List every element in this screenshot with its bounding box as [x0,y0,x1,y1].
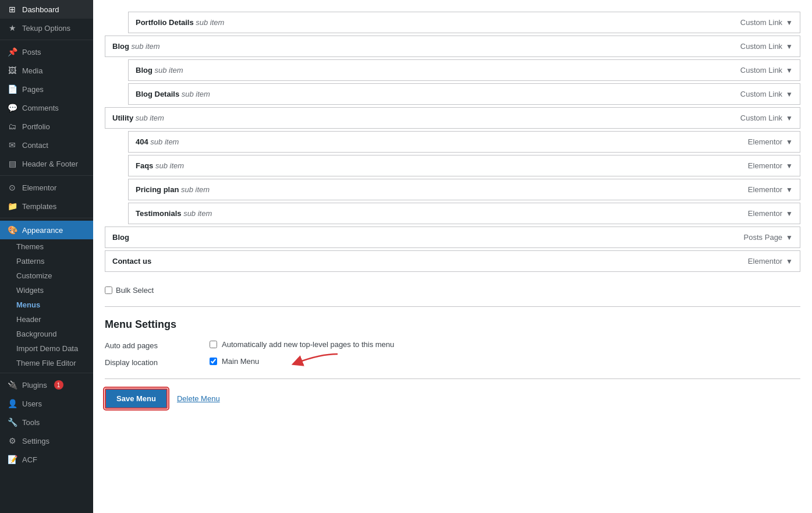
sidebar-sub-header[interactable]: Header [0,312,93,327]
sidebar-item-label: Pages [22,85,44,94]
sidebar-item-label: Tekup Options [22,24,70,33]
item-sub-label: sub item [182,90,210,98]
plugins-badge: 1 [54,380,63,390]
menu-item-type: Custom Link [740,18,782,27]
posts-icon: 📌 [7,47,17,56]
menu-settings-section: Menu Settings Auto add pages Automatical… [105,306,800,409]
sidebar-item-label: Tools [22,418,40,427]
contact-icon: ✉ [7,140,17,150]
menu-item-utility[interactable]: Utility sub item Custom Link ▼ [105,107,800,129]
tools-icon: 🔧 [7,418,17,427]
sidebar-sub-import-demo[interactable]: Import Demo Data [0,341,93,356]
auto-add-pages-value: Automatically add new top-level pages to… [210,340,394,349]
item-sub-label: sub item [196,18,224,27]
auto-add-pages-desc[interactable]: Automatically add new top-level pages to… [222,340,394,349]
menu-item-type: Custom Link [740,114,782,122]
sidebar-item-label: Appearance [22,226,63,235]
sidebar-item-label: Portfolio [22,122,50,131]
chevron-down-icon[interactable]: ▼ [786,257,793,266]
menu-item-title: Portfolio Details sub item [136,18,740,27]
auto-add-pages-checkbox[interactable] [210,341,217,348]
menu-item-title: Blog sub item [136,66,740,75]
menu-item-blog-posts[interactable]: Blog Posts Page ▼ [105,227,800,248]
menu-item-type: Posts Page [744,233,783,242]
sidebar-item-acf[interactable]: 📝 ACF [0,450,93,469]
menu-item-type: Elementor [748,209,782,218]
menu-item-type: Elementor [748,161,782,170]
sidebar-item-label: Templates [22,202,56,211]
sidebar-sub-menus[interactable]: Menus [0,298,93,312]
sidebar-item-portfolio[interactable]: 🗂 Portfolio [0,117,93,136]
comments-icon: 💬 [7,103,17,112]
chevron-down-icon[interactable]: ▼ [786,19,793,27]
sidebar-item-tools[interactable]: 🔧 Tools [0,413,93,431]
portfolio-icon: 🗂 [7,122,17,131]
sidebar-sub-themes[interactable]: Themes [0,239,93,254]
sidebar: ⊞ Dashboard ★ Tekup Options 📌 Posts 🖼 Me… [0,0,93,513]
sidebar-item-pages[interactable]: 📄 Pages [0,80,93,98]
save-row: Save Menu Delete Menu [105,378,800,409]
chevron-down-icon[interactable]: ▼ [786,114,793,122]
menu-item-type: Elementor [748,185,782,194]
chevron-down-icon[interactable]: ▼ [786,162,793,170]
sidebar-item-elementor[interactable]: ⊙ Elementor [0,178,93,197]
chevron-down-icon[interactable]: ▼ [786,210,793,218]
menu-item-title: Contact us [112,257,748,266]
sidebar-item-label: Plugins [22,381,47,390]
main-menu-checkbox[interactable] [210,358,217,365]
hf-icon: ▤ [7,159,17,168]
menu-item-testimonials[interactable]: Testimonials sub item Elementor ▼ [128,203,800,224]
menu-item-blog-top[interactable]: Blog sub item Custom Link ▼ [105,36,800,57]
sidebar-item-header-footer[interactable]: ▤ Header & Footer [0,154,93,173]
menu-item-blog-details[interactable]: Blog Details sub item Custom Link ▼ [128,83,800,105]
sidebar-item-label: Users [22,399,42,408]
chevron-down-icon[interactable]: ▼ [786,43,793,51]
chevron-down-icon[interactable]: ▼ [786,138,793,146]
sidebar-sub-customize[interactable]: Customize [0,268,93,283]
sidebar-sub-theme-file-editor[interactable]: Theme File Editor [0,356,93,370]
bulk-select-checkbox[interactable] [105,286,112,294]
sidebar-item-plugins[interactable]: 🔌 Plugins 1 [0,376,93,394]
sidebar-item-posts[interactable]: 📌 Posts [0,43,93,61]
sidebar-item-appearance[interactable]: 🎨 Appearance [0,221,93,239]
sidebar-item-tekup[interactable]: ★ Tekup Options [0,19,93,37]
content-area: Portfolio Details sub item Custom Link ▼… [93,0,812,513]
menu-item-blog-nested[interactable]: Blog sub item Custom Link ▼ [128,59,800,81]
sidebar-sub-patterns[interactable]: Patterns [0,254,93,268]
menu-item-portfolio-details[interactable]: Portfolio Details sub item Custom Link ▼ [128,12,800,33]
chevron-down-icon[interactable]: ▼ [786,90,793,98]
sidebar-item-users[interactable]: 👤 Users [0,394,93,413]
sidebar-item-settings[interactable]: ⚙ Settings [0,431,93,450]
item-sub-label: sub item [183,209,212,218]
sidebar-item-dashboard[interactable]: ⊞ Dashboard [0,0,93,19]
menu-item-404[interactable]: 404 sub item Elementor ▼ [128,131,800,153]
sidebar-item-contact[interactable]: ✉ Contact [0,136,93,154]
arrow-annotation [291,351,349,374]
sidebar-item-label: Comments [22,104,59,112]
item-sub-label: sub item [132,42,160,51]
menu-item-pricing[interactable]: Pricing plan sub item Elementor ▼ [128,179,800,200]
sidebar-sub-widgets[interactable]: Widgets [0,283,93,298]
media-icon: 🖼 [7,66,17,75]
auto-add-pages-row: Auto add pages Automatically add new top… [105,340,800,350]
templates-icon: 📁 [7,201,17,211]
sidebar-item-label: Elementor [22,183,56,192]
chevron-down-icon[interactable]: ▼ [786,66,793,75]
dashboard-icon: ⊞ [7,5,17,14]
delete-menu-link[interactable]: Delete Menu [177,394,220,403]
save-menu-button[interactable]: Save Menu [105,388,168,409]
menu-item-type: Custom Link [740,42,782,51]
menu-item-contact-us[interactable]: Contact us Elementor ▼ [105,250,800,272]
main-menu-label[interactable]: Main Menu [222,357,259,366]
chevron-down-icon[interactable]: ▼ [786,233,793,242]
sidebar-item-label: Media [22,66,42,75]
menu-item-title: Blog [112,233,744,242]
sidebar-item-comments[interactable]: 💬 Comments [0,98,93,117]
tekup-icon: ★ [7,23,17,33]
sidebar-sub-background[interactable]: Background [0,327,93,341]
bulk-select-label[interactable]: Bulk Select [116,286,154,295]
sidebar-item-templates[interactable]: 📁 Templates [0,197,93,215]
sidebar-item-media[interactable]: 🖼 Media [0,61,93,80]
chevron-down-icon[interactable]: ▼ [786,186,793,194]
menu-item-faqs[interactable]: Faqs sub item Elementor ▼ [128,155,800,176]
